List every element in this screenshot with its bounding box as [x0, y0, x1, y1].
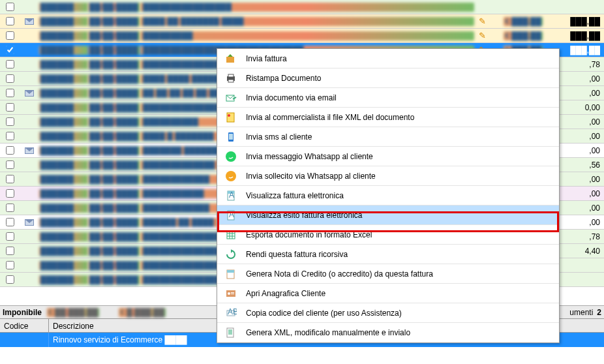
row-checkbox[interactable] — [0, 261, 20, 269]
row-checkbox[interactable] — [0, 204, 20, 212]
wa-icon — [222, 151, 239, 162]
menu-item-send[interactable]: Invia fattura — [217, 49, 559, 68]
menu-item-sms[interactable]: Invia sms al cliente — [217, 127, 559, 147]
svg-rect-17 — [227, 231, 235, 239]
row-checkbox[interactable] — [0, 132, 20, 140]
menu-item-label: Visualizza fattura elettronica — [239, 191, 344, 200]
row-checkbox[interactable] — [0, 275, 20, 284]
menu-item-doc2[interactable]: AVisualizza esito fattura elettronica — [217, 205, 559, 225]
imponibile-value: € ██.███,██ — [47, 308, 99, 317]
context-menu: Invia fatturaRistampa DocumentoInvia doc… — [217, 48, 560, 343]
menu-item-credit[interactable]: Genera Nota di Credito (o accredito) da … — [217, 264, 559, 284]
print-icon — [222, 72, 239, 84]
date-cell: ██/██/████ — [88, 275, 140, 284]
envelope-icon — [20, 18, 39, 25]
svg-text:A: A — [229, 210, 234, 219]
menu-item-print[interactable]: Ristampa Documento — [217, 68, 559, 88]
date-cell: ██/██/████ — [88, 132, 140, 141]
row-checkbox[interactable] — [0, 3, 20, 11]
date-cell: ██/██/████ — [88, 232, 140, 241]
row-checkbox[interactable] — [0, 46, 20, 54]
svg-rect-22 — [231, 292, 234, 293]
amount1-cell: € ███,██ — [490, 17, 545, 26]
menu-item-label: Copia codice del cliente (per uso Assist… — [239, 309, 402, 318]
detail-codice — [0, 333, 49, 347]
svg-point-21 — [228, 292, 230, 295]
credit-icon — [222, 268, 239, 280]
row-checkbox[interactable] — [0, 103, 20, 112]
svg-rect-3 — [228, 80, 234, 82]
col-codice[interactable]: Codice — [0, 319, 49, 332]
menu-item-label: Genera XML, modificalo manualmente e inv… — [239, 328, 410, 337]
svg-rect-2 — [228, 74, 234, 77]
table-row[interactable]: ████████/██/█████████████✎€ ███,█████,██ — [0, 29, 604, 43]
menu-item-mail[interactable]: Invia documento via email — [217, 88, 559, 108]
imponibile-label: Imponibile — [3, 308, 42, 317]
menu-item-xls[interactable]: Esporta documento in formato Excel — [217, 225, 559, 245]
menu-item-label: Esporta documento in formato Excel — [239, 230, 372, 239]
code-cell: ██████ — [39, 132, 88, 141]
code-cell: ██████ — [39, 146, 88, 155]
code-cell: ██████ — [39, 175, 88, 184]
code-cell: ██████ — [39, 31, 88, 40]
row-checkbox[interactable] — [0, 146, 20, 155]
date-cell: ██/██/████ — [88, 46, 140, 55]
menu-item-doc[interactable]: AVisualizza fattura elettronica — [217, 186, 559, 205]
xml-icon — [222, 112, 239, 123]
svg-rect-23 — [231, 294, 234, 294]
row-checkbox[interactable] — [0, 218, 20, 226]
svg-text:ABC: ABC — [228, 307, 237, 316]
svg-point-6 — [228, 114, 230, 117]
svg-point-9 — [226, 151, 236, 162]
table-row[interactable]: ████████/██/████████ ██ ███████ ████✎€ █… — [0, 14, 604, 29]
code-cell: ██████ — [39, 74, 88, 83]
menu-item-xml2[interactable]: Genera XML, modificalo manualmente e inv… — [217, 323, 559, 342]
menu-item-wa2[interactable]: Invia sollecito via Whatsapp al cliente — [217, 166, 559, 186]
code-cell: ██████ — [39, 218, 88, 227]
code-cell: ██████ — [39, 232, 88, 241]
menu-item-wa[interactable]: Invia messaggio Whatsapp al cliente — [217, 147, 559, 166]
row-checkbox[interactable] — [0, 89, 20, 97]
send-icon — [222, 53, 239, 65]
menu-item-rec[interactable]: Rendi questa fattura ricorsiva — [217, 245, 559, 264]
row-checkbox[interactable] — [0, 247, 20, 255]
row-checkbox[interactable] — [0, 175, 20, 183]
row-checkbox[interactable] — [0, 31, 20, 40]
rec-icon — [222, 249, 239, 260]
row-checkbox[interactable] — [0, 17, 20, 25]
row-checkbox[interactable] — [0, 117, 20, 126]
mail-icon — [222, 92, 239, 104]
row-checkbox[interactable] — [0, 232, 20, 241]
menu-item-label: Invia sms al cliente — [239, 132, 312, 142]
row-checkbox[interactable] — [0, 74, 20, 83]
amount2-cell: ███,██ — [545, 31, 604, 40]
edit-icon[interactable]: ✎ — [474, 16, 490, 26]
date-cell: ██/██/████ — [88, 60, 140, 69]
menu-item-label: Invia fattura — [239, 54, 287, 63]
xml2-icon — [222, 327, 239, 339]
row-checkbox[interactable] — [0, 60, 20, 68]
desc-cell: ████████████████ — [140, 3, 474, 12]
row-checkbox[interactable] — [0, 189, 20, 198]
code-cell: ██████ — [39, 103, 88, 112]
code-cell: ██████ — [39, 3, 88, 12]
doc-icon: A — [222, 190, 239, 202]
svg-rect-5 — [227, 113, 234, 122]
amount1-cell: € ███,██ — [490, 31, 545, 40]
menu-item-label: Rendi questa fattura ricorsiva — [239, 250, 348, 259]
amount2-cell: ███,██ — [545, 17, 604, 26]
row-checkbox[interactable] — [0, 160, 20, 169]
edit-icon[interactable]: ✎ — [474, 31, 490, 40]
menu-item-copy[interactable]: ABCCopia codice del cliente (per uso Ass… — [217, 303, 559, 323]
menu-item-user[interactable]: Apri Anagrafica Cliente — [217, 284, 559, 303]
date-cell: ██/██/████ — [88, 261, 140, 270]
table-row[interactable]: ████████/██/████████████████████ — [0, 0, 604, 14]
code-cell: ██████ — [39, 275, 88, 284]
date-cell: ██/██/████ — [88, 160, 140, 170]
menu-item-xml[interactable]: Invia al commercialista il file XML del … — [217, 108, 559, 127]
code-cell: ██████ — [39, 46, 88, 55]
code-cell: ██████ — [39, 247, 88, 256]
envelope-icon — [20, 147, 39, 154]
menu-item-label: Invia documento via email — [239, 93, 337, 102]
user-icon — [222, 288, 239, 299]
